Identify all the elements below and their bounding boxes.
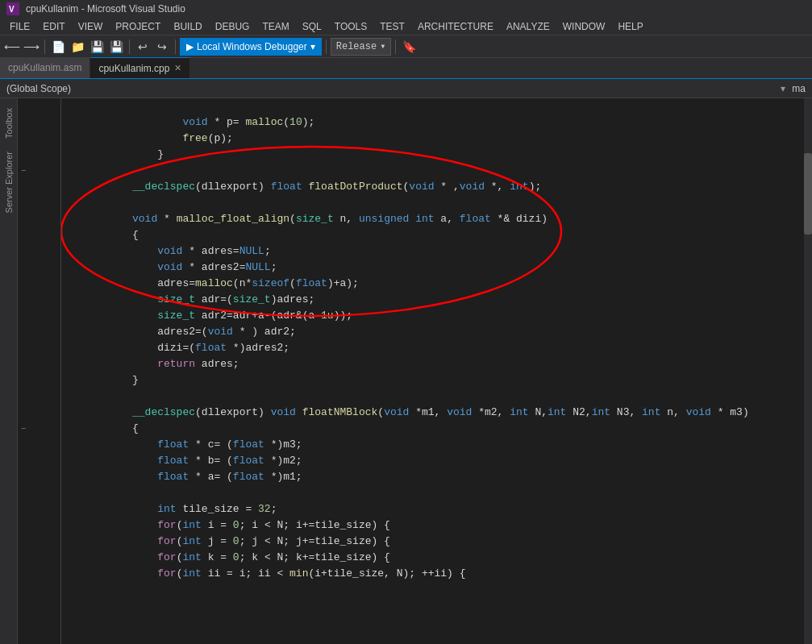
code-line-2: free(p);	[69, 114, 804, 131]
menu-sql[interactable]: SQL	[296, 19, 328, 34]
server-explorer-label[interactable]: Server Explorer	[4, 145, 14, 219]
menu-project[interactable]: PROJECT	[109, 19, 167, 34]
code-line-16: return adres;	[69, 340, 804, 356]
tab-label-asm: cpuKullanim.asm	[8, 62, 81, 73]
code-line-22: float * b= (float *)m2;	[69, 437, 804, 453]
code-line-18	[69, 372, 804, 388]
tab-label-cpp: cpuKullanim.cpp	[98, 63, 169, 74]
code-line-12: size_t adr=(size_t)adres;	[69, 276, 804, 292]
save-all-btn[interactable]: 💾	[107, 38, 125, 56]
collapse-col: − −	[18, 98, 29, 644]
redo-btn[interactable]: ↪	[153, 38, 171, 56]
line-numbers	[29, 98, 61, 644]
code-line-20: {	[69, 405, 804, 421]
collapse-btn-2[interactable]: −	[18, 421, 29, 437]
code-line-15: dizi=(float *)adres2;	[69, 324, 804, 340]
toolbar-sep-5	[395, 39, 396, 54]
code-line-10: void * adres2=NULL;	[69, 243, 804, 260]
dropdown-arrow: ▾	[310, 41, 315, 52]
menu-analyze[interactable]: ANALYZE	[500, 19, 556, 34]
code-line-24	[69, 469, 804, 485]
toolbox-label[interactable]: Toolbox	[4, 102, 14, 145]
code-line-5: __declspec(dllexport) float floatDotProd…	[69, 163, 804, 179]
main-layout: Toolbox Server Explorer − −	[0, 98, 812, 644]
toolbar-sep-1	[44, 39, 45, 54]
scope-label: (Global Scope)	[6, 83, 71, 94]
code-line-14: adres2=(void * ) adr2;	[69, 308, 804, 324]
config-arrow: ▾	[380, 40, 385, 52]
code-line-6	[69, 179, 804, 195]
code-line-26: for(int i = 0; i < N; i+=tile_size) {	[69, 501, 804, 517]
toolbar: ⟵ ⟶ 📄 📁 💾 💾 ↩ ↪ ▶ Local Windows Debugger…	[0, 35, 812, 58]
toolbar-sep-2	[129, 39, 130, 54]
open-btn[interactable]: 📁	[69, 38, 86, 56]
code-line-27: for(int j = 0; j < N; j+=tile_size) {	[69, 517, 804, 534]
menu-file[interactable]: FILE	[3, 19, 36, 34]
menu-help[interactable]: HELP	[611, 19, 649, 34]
collapse-btn-1[interactable]: −	[18, 163, 29, 179]
title-text: cpuKullanim - Microsoft Visual Studio	[26, 3, 185, 15]
scope-dropdown[interactable]: ▾	[781, 83, 785, 94]
menu-window[interactable]: WINDOW	[556, 19, 612, 34]
new-btn[interactable]: 📄	[49, 38, 67, 56]
toolbar-sep-4	[326, 39, 327, 54]
play-icon: ▶	[186, 41, 194, 52]
menu-debug[interactable]: DEBUG	[209, 19, 256, 34]
code-line-28: for(int k = 0; k < N; k+=tile_size) {	[69, 534, 804, 550]
code-line-9: void * adres=NULL;	[69, 227, 804, 243]
back-btn[interactable]: ⟵	[3, 38, 21, 56]
code-line-4	[69, 147, 804, 163]
menu-tools[interactable]: TOOLS	[328, 19, 373, 34]
scope-bar: (Global Scope) ▾ ma	[0, 79, 812, 98]
code-line-19: __declspec(dllexport) void floatNMBlock(…	[69, 388, 804, 405]
code-line-13: size_t adr2=adr+a-(adr&(a-1u));	[69, 292, 804, 308]
tab-bar: cpuKullanim.asm cpuKullanim.cpp ✕	[0, 58, 812, 79]
code-editor[interactable]: void * p= malloc(10); free(p); } __decls…	[61, 98, 804, 644]
scope-ma: ma	[792, 83, 806, 94]
menu-architecture[interactable]: ARCHITECTURE	[411, 19, 500, 34]
forward-btn[interactable]: ⟶	[23, 38, 40, 56]
tab-cpuasm[interactable]: cpuKullanim.asm	[0, 57, 90, 78]
code-line-1: void * p= malloc(10);	[69, 98, 804, 114]
menu-view[interactable]: VIEW	[72, 19, 110, 34]
code-line-11: adres=malloc(n*sizeof(float)+a);	[69, 260, 804, 276]
menu-team[interactable]: TEAM	[256, 19, 295, 34]
tab-cpucpp[interactable]: cpuKullanim.cpp ✕	[90, 57, 190, 78]
debugger-label: Local Windows Debugger	[197, 41, 307, 52]
code-line-23: float * a= (float *)m1;	[69, 453, 804, 469]
svg-text:V: V	[9, 5, 15, 14]
vs-logo: V	[6, 2, 19, 15]
side-panel: Toolbox Server Explorer	[0, 98, 18, 644]
bookmark-btn[interactable]: 🔖	[400, 38, 418, 56]
scrollbar-thumb[interactable]	[804, 153, 812, 235]
config-label: Release	[336, 41, 377, 52]
menu-build[interactable]: BUILD	[167, 19, 208, 34]
code-line-8: {	[69, 211, 804, 227]
title-bar: V cpuKullanim - Microsoft Visual Studio	[0, 0, 812, 18]
toolbar-sep-3	[175, 39, 176, 54]
code-line-21: float * c= (float *)m3;	[69, 421, 804, 437]
code-line-3: }	[69, 131, 804, 147]
code-line-25: int tile_size = 32;	[69, 485, 804, 501]
config-dropdown[interactable]: Release ▾	[331, 38, 392, 56]
code-line-7: void * malloc_float_align(size_t n, unsi…	[69, 195, 804, 211]
menu-edit[interactable]: EDIT	[36, 19, 71, 34]
menu-bar: FILE EDIT VIEW PROJECT BUILD DEBUG TEAM …	[0, 18, 812, 35]
undo-btn[interactable]: ↩	[134, 38, 152, 56]
save-btn[interactable]: 💾	[88, 38, 106, 56]
vertical-scrollbar[interactable]	[804, 98, 812, 644]
menu-test[interactable]: TEST	[373, 19, 411, 34]
debug-play-btn[interactable]: ▶ Local Windows Debugger ▾	[180, 38, 322, 56]
tab-close-btn[interactable]: ✕	[174, 63, 181, 73]
code-line-17: }	[69, 356, 804, 372]
code-line-29: for(int ii = i; ii < min(i+tile_size, N)…	[69, 550, 804, 566]
